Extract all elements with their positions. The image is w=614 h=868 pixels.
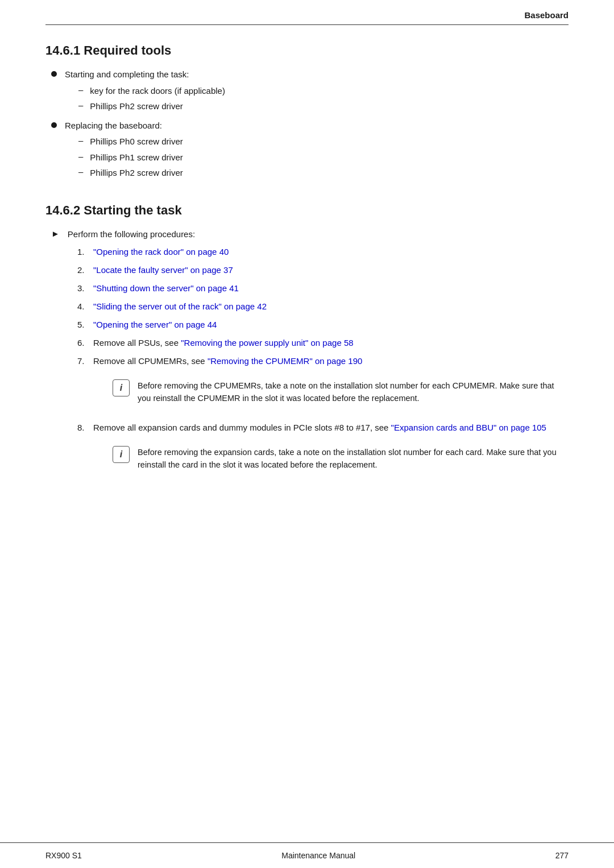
num-text-before-8: Remove all expansion cards and dummy mod… <box>93 423 391 432</box>
footer-center: Maintenance Manual <box>281 851 355 860</box>
num-text-before-6: Remove all PSUs, see <box>93 338 181 348</box>
arrow-icon: ► <box>51 229 60 238</box>
info-text-8: Before removing the expansion cards, tak… <box>138 446 561 472</box>
link-5[interactable]: "Opening the server" on page 44 <box>93 320 217 329</box>
numbered-list: 1. "Opening the rack door" on page 40 2.… <box>77 245 569 483</box>
sub-item-1-1: – key for the rack doors (if applicable) <box>78 85 225 98</box>
header-bar: Baseboard <box>45 0 569 25</box>
info-icon-8: i <box>113 446 130 463</box>
link-2[interactable]: "Locate the faulty server" on page 37 <box>93 265 233 275</box>
sub-item-2-3: – Phillips Ph2 screw driver <box>78 167 183 180</box>
num-text-before-7: Remove all CPUMEMRs, see <box>93 356 208 366</box>
perform-text: Perform the following procedures: <box>68 228 195 241</box>
header-title: Baseboard <box>524 10 569 20</box>
num-label-1: 1. <box>77 245 89 259</box>
num-label-2: 2. <box>77 263 89 277</box>
section2-title: 14.6.2 Starting the task <box>45 203 569 218</box>
numbered-item-8: 8. Remove all expansion cards and dummy … <box>77 421 569 483</box>
num-text-6: Remove all PSUs, see "Removing the power… <box>93 336 354 350</box>
info-icon-7: i <box>113 379 130 396</box>
bullet-dot-1 <box>51 71 57 77</box>
section1-title: 14.6.1 Required tools <box>45 43 569 58</box>
sub-list-2: – Phillips Ph0 screw driver – Phillips P… <box>78 135 183 180</box>
num-text-7: Remove all CPUMEMRs, see "Removing the C… <box>93 356 362 366</box>
sub-text-1-1: key for the rack doors (if applicable) <box>90 85 225 98</box>
link-4[interactable]: "Sliding the server out of the rack" on … <box>93 301 267 311</box>
sub-dash-1-1: – <box>78 85 83 94</box>
link-3[interactable]: "Shutting down the server" on page 41 <box>93 283 239 293</box>
bullet-text-2: Replacing the baseboard: <box>65 121 162 130</box>
bullet-text-1: Starting and completing the task: <box>65 69 189 79</box>
arrow-bullet-item: ► Perform the following procedures: <box>45 228 569 241</box>
num-text-8: Remove all expansion cards and dummy mod… <box>93 423 546 432</box>
sub-item-2-2: – Phillips Ph1 screw driver <box>78 151 183 164</box>
info-box-7: i Before removing the CPUMEMRs, take a n… <box>105 374 569 411</box>
info-box-8: i Before removing the expansion cards, t… <box>105 440 569 477</box>
num-label-4: 4. <box>77 300 89 313</box>
num-content-8: Remove all expansion cards and dummy mod… <box>93 421 569 483</box>
bullet-content-2: Replacing the baseboard: – Phillips Ph0 … <box>65 119 183 183</box>
bullet-item-1: Starting and completing the task: – key … <box>45 68 569 116</box>
sub-text-1-2: Phillips Ph2 screw driver <box>90 100 182 113</box>
link-7[interactable]: "Removing the CPUMEMR" on page 190 <box>208 356 362 366</box>
numbered-item-7: 7. Remove all CPUMEMRs, see "Removing th… <box>77 354 569 416</box>
num-label-5: 5. <box>77 318 89 332</box>
sub-dash-2-1: – <box>78 135 83 145</box>
num-text-5: "Opening the server" on page 44 <box>93 318 217 332</box>
numbered-item-6: 6. Remove all PSUs, see "Removing the po… <box>77 336 569 350</box>
footer-right: 277 <box>555 851 569 860</box>
bullet-item-2: Replacing the baseboard: – Phillips Ph0 … <box>45 119 569 183</box>
sub-list-1: – key for the rack doors (if applicable)… <box>78 85 225 113</box>
footer-left: RX900 S1 <box>45 851 82 860</box>
sub-dash-2-3: – <box>78 167 83 176</box>
num-text-2: "Locate the faulty server" on page 37 <box>93 263 233 277</box>
num-label-6: 6. <box>77 336 89 350</box>
num-text-1: "Opening the rack door" on page 40 <box>93 245 229 259</box>
sub-item-1-2: – Phillips Ph2 screw driver <box>78 100 225 113</box>
num-label-7: 7. <box>77 354 89 368</box>
num-text-4: "Sliding the server out of the rack" on … <box>93 300 267 313</box>
footer-bar: RX900 S1 Maintenance Manual 277 <box>0 842 614 868</box>
info-text-7: Before removing the CPUMEMRs, take a not… <box>138 379 561 405</box>
bullet-content-1: Starting and completing the task: – key … <box>65 68 225 116</box>
numbered-item-4: 4. "Sliding the server out of the rack" … <box>77 300 569 313</box>
numbered-item-3: 3. "Shutting down the server" on page 41 <box>77 282 569 295</box>
page-container: Baseboard 14.6.1 Required tools Starting… <box>0 0 614 868</box>
bullet-dot-2 <box>51 122 57 128</box>
sub-text-2-1: Phillips Ph0 screw driver <box>90 135 182 148</box>
sub-item-2-1: – Phillips Ph0 screw driver <box>78 135 183 148</box>
numbered-item-1: 1. "Opening the rack door" on page 40 <box>77 245 569 259</box>
sub-dash-2-2: – <box>78 151 83 161</box>
num-content-7: Remove all CPUMEMRs, see "Removing the C… <box>93 354 569 416</box>
section1-bullet-list: Starting and completing the task: – key … <box>45 68 569 183</box>
link-6[interactable]: "Removing the power supply unit" on page… <box>181 338 353 348</box>
numbered-item-2: 2. "Locate the faulty server" on page 37 <box>77 263 569 277</box>
numbered-item-5: 5. "Opening the server" on page 44 <box>77 318 569 332</box>
num-label-3: 3. <box>77 282 89 295</box>
sub-text-2-2: Phillips Ph1 screw driver <box>90 151 182 164</box>
sub-dash-1-2: – <box>78 100 83 110</box>
num-text-3: "Shutting down the server" on page 41 <box>93 282 239 295</box>
link-1[interactable]: "Opening the rack door" on page 40 <box>93 247 229 257</box>
link-8[interactable]: "Expansion cards and BBU" on page 105 <box>391 423 546 432</box>
num-label-8: 8. <box>77 421 89 435</box>
sub-text-2-3: Phillips Ph2 screw driver <box>90 167 182 180</box>
